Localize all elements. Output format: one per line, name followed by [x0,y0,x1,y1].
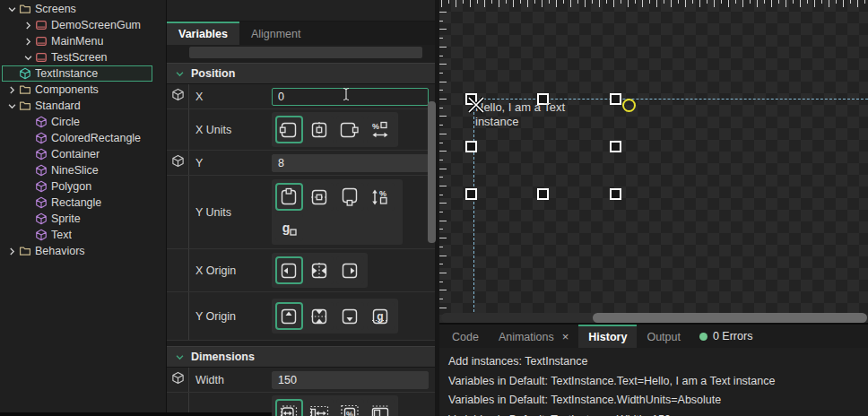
chevron-down-icon[interactable] [22,52,34,63]
cube-purple-icon [34,180,48,193]
y-input[interactable] [272,154,429,172]
selection-handle[interactable] [610,141,621,152]
width-units-percent-button[interactable]: % [336,399,364,416]
chevron-down-icon[interactable] [5,100,18,111]
chevron-right-icon[interactable] [22,20,34,30]
collapse-chevron-icon[interactable] [175,69,185,79]
y-origin-label: Y Origin [195,310,236,323]
variable-cube-icon [171,371,185,388]
cube-purple-icon [34,229,48,241]
x-origin-center-button[interactable] [306,256,334,284]
x-origin-right-button[interactable] [336,256,364,284]
tree-item-container[interactable]: Container [0,146,166,162]
x-units-right-outside-button[interactable] [336,116,364,143]
chevron-right-icon[interactable] [22,36,34,47]
chevron-right-icon[interactable] [5,246,18,256]
x-input[interactable] [272,88,429,106]
selection-handle[interactable] [610,188,621,200]
tree-item-sprite[interactable]: Sprite [0,211,166,227]
cube-purple-icon [34,148,48,160]
tree-item-label: Polygon [51,180,91,193]
tree-item-coloredrectangle[interactable]: ColoredRectangle [0,130,166,146]
cube-purple-icon [34,116,48,128]
close-tab-icon[interactable]: × [562,325,569,349]
tab-code[interactable]: Code [442,325,489,348]
project-tree-panel: ScreensDemoScreenGumMainMenuTestScreenTe… [0,0,166,416]
y-origin-top-button[interactable] [275,302,303,330]
width-input[interactable] [272,371,429,389]
editor-canvas[interactable]: Hello, I am a Text instance [439,0,868,323]
properties-panel: VariablesAlignment Position X X Units % … [166,0,435,416]
output-panel: CodeAnimations×HistoryOutput0 Errors Add… [439,323,868,416]
tree-item-label: Components [35,83,99,96]
text-instance[interactable]: Hello, I am a Text instance [475,100,585,128]
svg-text:%: % [346,409,353,416]
tab-alignment[interactable]: Alignment [239,22,313,45]
tree-item-label: NineSlice [51,164,99,177]
tree-item-circle[interactable]: Circle [0,114,166,130]
scrolled-input-partial[interactable] [189,47,422,58]
tree-item-mainmenu[interactable]: MainMenu [0,33,166,49]
x-units-percent-width-button[interactable]: % [367,116,395,143]
properties-scrollbar[interactable] [428,101,436,243]
selection-handle[interactable] [537,188,549,200]
tree-item-textinstance[interactable]: TextInstance [2,65,152,82]
chevron-right-icon[interactable] [5,84,18,95]
chevron-down-icon[interactable] [5,4,18,14]
tab-animations[interactable]: Animations× [489,325,578,348]
folder-icon [18,3,32,15]
tab-history[interactable]: History [578,325,637,348]
cube-purple-icon [34,196,48,209]
tree-item-rectangle[interactable]: Rectangle [0,195,166,211]
width-units-absolute-button[interactable] [275,399,303,416]
y-origin-row: Y Origin g [167,292,435,341]
y-origin-center-button[interactable] [306,302,334,330]
selection-handle[interactable] [465,141,477,152]
tree-item-label: Standard [35,100,81,112]
tree-item-nineslice[interactable]: NineSlice [0,162,166,178]
selection-guide-vertical [473,99,474,312]
y-origin-baseline-g-button[interactable]: g [367,302,395,330]
x-units-label: X Units [195,124,231,136]
screen-icon [34,35,48,48]
tab-label: Animations [499,325,554,349]
y-units-top-inside-button[interactable] [275,183,303,211]
y-units-row: Y Units %g [167,176,435,249]
y-units-bottom-outside-button[interactable] [336,183,364,211]
width-units-relative-button[interactable] [306,399,334,416]
tree-item-components[interactable]: Components [0,82,166,98]
position-section-header[interactable]: Position [167,63,435,84]
bottom-tabs: CodeAnimations×HistoryOutput0 Errors [439,325,868,348]
x-origin-left-button[interactable] [275,256,303,284]
tree-item-screens[interactable]: Screens [0,1,166,17]
tree-item-text[interactable]: Text [0,227,166,243]
y-row: Y [167,151,435,176]
errors-tab[interactable]: 0 Errors [690,325,761,348]
tab-variables[interactable]: Variables [167,22,239,45]
x-units-center-button[interactable] [306,116,334,143]
y-units-center-button[interactable] [306,183,334,211]
y-units-baseline-g-button[interactable]: g [275,213,303,241]
tree-item-demoscreengum[interactable]: DemoScreenGum [0,17,166,33]
tree-item-testscreen[interactable]: TestScreen [0,49,166,65]
tree-item-polygon[interactable]: Polygon [0,178,166,195]
dimensions-section-header[interactable]: Dimensions [167,346,435,368]
tree-item-behaviors[interactable]: Behaviors [0,243,166,259]
x-units-left-inside-button[interactable] [275,116,303,143]
tab-output[interactable]: Output [637,325,690,348]
selection-handle[interactable] [465,188,477,200]
tree-item-label: TextInstance [35,67,98,80]
screen-icon [34,51,48,64]
tree-item-standard[interactable]: Standard [0,98,166,114]
selection-handle[interactable] [610,93,621,105]
canvas-hscroll-thumb[interactable] [593,313,867,323]
width-units-container-button[interactable] [367,399,395,416]
svg-text:%: % [379,189,386,198]
y-units-percent-height-button[interactable]: % [367,183,395,211]
y-origin-bottom-button[interactable] [336,302,364,330]
tab-label: Code [452,325,479,349]
rotation-handle[interactable] [622,99,636,112]
cube-teal-icon [18,67,32,80]
collapse-chevron-icon[interactable] [175,352,185,362]
x-origin-label: X Origin [195,264,236,277]
